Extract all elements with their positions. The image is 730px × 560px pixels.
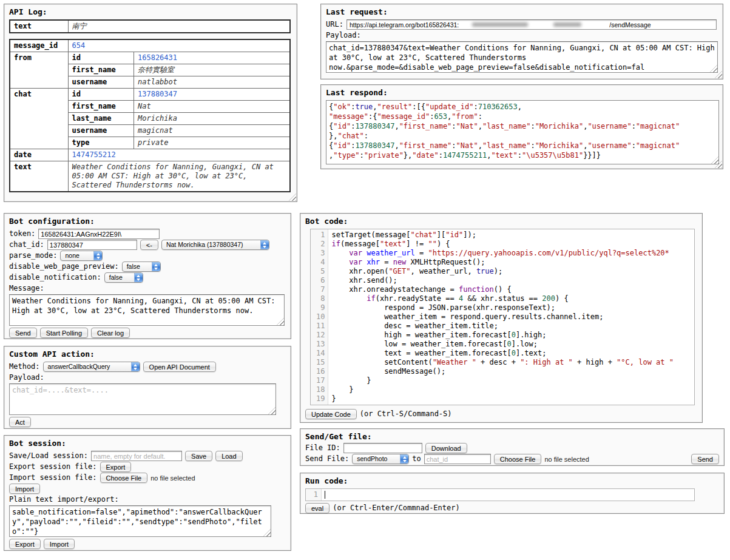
custom-payload-label: Payload: xyxy=(9,373,286,383)
log-value: magicnat xyxy=(134,125,290,137)
table-row: last_nameMorichika xyxy=(69,113,290,125)
log-value: 1474755212 xyxy=(68,149,290,161)
log-value: Nat xyxy=(134,101,290,113)
table-row: fromid165826431first_name奈特實驗室usernamena… xyxy=(10,52,290,89)
log-key: date xyxy=(10,149,68,161)
plain-export-button[interactable]: Export xyxy=(9,539,41,549)
code-line: xhr.onreadystatechange = function() { xyxy=(331,285,694,294)
chat-id-label: chat_id: xyxy=(9,240,44,250)
log-key: text xyxy=(10,20,68,33)
code-line: weather_item = respond.query.results.cha… xyxy=(331,312,694,322)
respond-output[interactable]: {"ok":true,"result":[{"update_id":710362… xyxy=(326,100,719,164)
log-key: from xyxy=(10,52,68,89)
load-session-button[interactable]: Load xyxy=(215,451,242,461)
file-choose-file-button[interactable]: Choose File xyxy=(494,454,542,464)
import-session-file-label: Import session file: xyxy=(9,473,97,483)
eval-button[interactable]: eval xyxy=(305,503,330,513)
clear-log-button[interactable]: Clear log xyxy=(91,328,130,338)
eval-hint: (or Ctrl-Enter/Commnad-Enter) xyxy=(333,503,460,513)
log-value: private xyxy=(134,137,290,149)
select-arrows-icon xyxy=(152,262,160,271)
save-session-button[interactable]: Save xyxy=(185,451,212,461)
file-id-input[interactable] xyxy=(343,443,422,453)
code-line: sendMessage(); xyxy=(331,367,694,376)
log-key: first_name xyxy=(69,101,134,113)
disable-web-page-preview-label: disable_web_page_preview: xyxy=(9,261,119,272)
message-textarea[interactable]: Weather Conditions for Nanning, Guangxi,… xyxy=(9,294,285,326)
bot-code-panel: Bot code: 12345678910111213141516171819 … xyxy=(300,213,703,423)
act-button[interactable]: Act xyxy=(9,417,31,427)
api-log-receive-table: message_id654fromid165826431first_name奈特… xyxy=(9,39,291,192)
request-url-input[interactable]: https://api.telegram.org/bot165826431: /… xyxy=(346,19,717,30)
line-number: 9 xyxy=(316,303,325,312)
bot-session-title: Bot session: xyxy=(9,439,286,448)
open-api-document-button[interactable]: Open API Document xyxy=(143,362,216,372)
disable-notification-label: disable_notification: xyxy=(9,272,101,283)
send-method-select[interactable]: sendPhoto xyxy=(352,454,409,464)
payload-label: Payload: xyxy=(326,30,718,41)
custom-api-action-title: Custom API action: xyxy=(9,349,286,359)
chat-history-select[interactable]: Nat Morichika (137880347) xyxy=(161,240,269,250)
no-file-selected-text: no file selected xyxy=(544,456,589,463)
table-row: date1474755212 xyxy=(10,149,290,161)
export-session-file-button[interactable]: Export xyxy=(100,462,132,472)
line-number: 18 xyxy=(316,385,325,394)
chat-id-input[interactable] xyxy=(47,240,137,250)
line-number: 17 xyxy=(316,376,325,385)
text-cursor xyxy=(325,491,325,499)
session-name-input[interactable] xyxy=(91,451,182,461)
disable-web-page-preview-select[interactable]: false xyxy=(122,261,161,272)
code-line: var weather_url = "https://query.yahooap… xyxy=(331,249,694,258)
start-polling-button[interactable]: Start Polling xyxy=(40,328,88,338)
log-key: text xyxy=(10,161,68,192)
plain-session-textarea[interactable]: sable_notification=false","apimethod":"a… xyxy=(9,505,271,537)
bot-code-title: Bot code: xyxy=(305,217,697,226)
plain-import-button[interactable]: Import xyxy=(44,539,75,549)
log-value: Weather Conditions for Nanning, Guangxi,… xyxy=(68,161,290,192)
code-line: setContent("Weather " + desc + ": High a… xyxy=(331,358,694,367)
request-payload-textarea[interactable]: chat_id=137880347&text=Weather Condition… xyxy=(326,41,718,73)
message-label: Message: xyxy=(9,283,286,294)
custom-api-action-panel: Custom API action: Method: answerCallbac… xyxy=(4,346,291,429)
token-input[interactable] xyxy=(38,229,160,239)
page: API Log: text南宁 message_id654fromid16582… xyxy=(0,0,730,560)
update-code-button[interactable]: Update Code xyxy=(305,409,357,419)
bot-session-panel: Bot session: Save/Load session: Save Loa… xyxy=(4,435,291,551)
table-row: first_name奈特實驗室 xyxy=(69,64,290,76)
code-line: } xyxy=(331,385,694,394)
disable-web-page-preview-value: false xyxy=(123,262,152,271)
file-send-button[interactable]: Send xyxy=(691,454,719,464)
session-choose-file-button[interactable]: Choose File xyxy=(100,473,148,483)
log-value: 南宁 xyxy=(68,20,290,33)
token-label: token: xyxy=(9,229,35,239)
import-session-file-button[interactable]: Import xyxy=(9,484,40,494)
resize-handle[interactable] xyxy=(289,194,296,201)
table-row: message_id654 xyxy=(10,39,290,52)
code-line: } xyxy=(331,376,694,385)
run-code-editor[interactable]: 1 xyxy=(305,488,695,501)
table-row: chatid137880347first_nameNatlast_nameMor… xyxy=(10,89,290,149)
bot-code-editor[interactable]: 12345678910111213141516171819 setTarget(… xyxy=(310,229,695,405)
code-line: xhr.send(); xyxy=(331,276,694,285)
export-session-file-label: Export session file: xyxy=(9,462,97,472)
download-button[interactable]: Download xyxy=(425,443,467,453)
line-number: 15 xyxy=(316,358,325,367)
send-button[interactable]: Send xyxy=(9,328,37,338)
disable-notification-select[interactable]: false xyxy=(104,272,143,283)
no-file-selected-text: no file selected xyxy=(150,474,195,482)
file-chat-id-input[interactable] xyxy=(424,454,491,464)
custom-payload-textarea[interactable] xyxy=(9,383,276,415)
table-row: textWeather Conditions for Nanning, Guan… xyxy=(10,161,290,192)
table-row: typeprivate xyxy=(69,137,290,149)
last-request-panel: Last request: URL: https://api.telegram.… xyxy=(320,4,723,79)
copy-chat-id-button[interactable]: <- xyxy=(140,240,158,250)
line-number: 1 xyxy=(311,490,318,499)
parse-mode-select[interactable]: none xyxy=(60,251,103,261)
last-respond-title: Last respond: xyxy=(326,88,718,98)
code-line: desc = weather_item.title; xyxy=(331,322,694,331)
api-log-send-table: text南宁 xyxy=(9,19,291,33)
line-number: 12 xyxy=(316,331,325,340)
method-select[interactable]: answerCallbackQuery xyxy=(43,362,140,372)
code-line: respond = JSON.parse(xhr.responseText); xyxy=(331,303,694,312)
log-key: type xyxy=(69,137,134,149)
